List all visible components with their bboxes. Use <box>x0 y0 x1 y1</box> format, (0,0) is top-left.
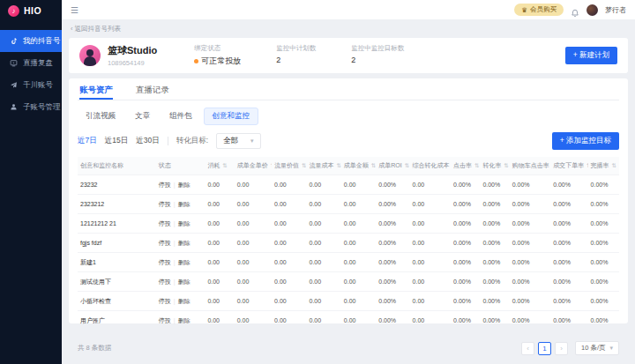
pause-link[interactable]: 停投 <box>159 298 171 304</box>
target-name-cell: 12121212 21 <box>78 214 156 234</box>
column-header[interactable]: 购物车点击率 ⇅ <box>510 157 550 175</box>
column-header[interactable]: 成单金额 ⇅ <box>341 157 376 175</box>
delete-link[interactable]: 删除 <box>178 298 190 304</box>
metric-cell: 0.00 <box>410 175 451 195</box>
column-header[interactable]: 流量价值 ⇅ <box>272 157 306 175</box>
column-header[interactable]: 成单ROI ⇅ <box>376 157 409 175</box>
new-plan-button[interactable]: + 新建计划 <box>565 47 617 64</box>
stat-label: 绑定状态 <box>194 44 241 53</box>
goal-filter-select[interactable]: 全部 ▾ <box>216 133 261 149</box>
metric-cell: 0.00 <box>272 195 306 214</box>
pause-link[interactable]: 停投 <box>159 279 171 285</box>
sidebar-item-live-screen[interactable]: 直播复盘 <box>0 52 62 74</box>
delete-link[interactable]: 删除 <box>178 201 190 207</box>
prev-page-button[interactable]: ‹ <box>521 342 534 355</box>
metric-cell: 0.00% <box>550 195 587 214</box>
column-header[interactable]: 消耗 ⇅ <box>205 157 234 175</box>
target-name-cell: 23232 <box>78 175 156 195</box>
page-size-select[interactable]: 10 条/页 ▾ <box>575 341 619 355</box>
sub-tab[interactable]: 创意和监控 <box>204 108 259 125</box>
main-tab[interactable]: 账号资产 <box>79 78 113 100</box>
pause-link[interactable]: 停投 <box>159 240 171 246</box>
sub-tab[interactable]: 文章 <box>127 108 158 124</box>
profile-stat: 绑定状态可正常投放 <box>194 44 241 67</box>
user-name[interactable]: 梦行者 <box>605 5 626 15</box>
column-header[interactable]: 流量成本 ⇅ <box>306 157 340 175</box>
delete-link[interactable]: 删除 <box>178 240 190 246</box>
page-number-button[interactable]: 1 <box>538 342 551 355</box>
delete-link[interactable]: 删除 <box>178 182 190 188</box>
bell-icon[interactable] <box>571 5 579 14</box>
status-cell: 停投|删除 <box>156 234 205 253</box>
account-name: 篮球Studio <box>108 44 157 57</box>
metric-cell: 0.00 <box>235 175 272 195</box>
metric-cell: 0.00% <box>588 175 619 195</box>
sub-tab[interactable]: 组件包 <box>161 108 200 124</box>
target-name-cell: 新建1 <box>78 253 156 272</box>
logo-text: HIO <box>24 5 41 16</box>
delete-link[interactable]: 删除 <box>178 259 190 265</box>
date-range-option[interactable]: 近7日 <box>78 136 97 146</box>
stat-value: 2 <box>276 56 316 64</box>
metric-cell: 0.00 <box>306 253 340 272</box>
date-range-option[interactable]: 近15日 <box>105 136 128 146</box>
metric-cell: 0.00 <box>235 234 272 253</box>
metric-cell: 0.00 <box>306 234 340 253</box>
column-header[interactable]: 完播率 ⇅ <box>588 157 619 175</box>
metric-cell: 0.00 <box>205 272 234 292</box>
metric-cell: 0.00% <box>510 292 550 311</box>
add-monitor-target-button[interactable]: + 添加监控目标 <box>552 132 619 150</box>
metric-cell: 0.00% <box>451 234 480 253</box>
metric-cell: 0.00% <box>376 311 409 331</box>
metric-cell: 0.00 <box>205 175 234 195</box>
sort-icon: ⇅ <box>612 162 616 168</box>
metric-cell: 0.00 <box>410 214 451 234</box>
column-header[interactable]: 点击率 ⇅ <box>451 157 480 175</box>
sub-tab[interactable]: 引流视频 <box>78 108 123 124</box>
pause-link[interactable]: 停投 <box>159 259 171 265</box>
column-header[interactable]: 综合转化成本 ⇅ <box>410 157 451 175</box>
sort-icon: ⇅ <box>586 162 587 168</box>
goal-filter-value: 全部 <box>223 136 238 146</box>
metric-cell: 0.00% <box>480 292 509 311</box>
delete-link[interactable]: 删除 <box>178 220 190 227</box>
vip-badge[interactable]: ♛ 会员购买 <box>514 4 564 16</box>
topbar-right: ♛ 会员购买 梦行者 <box>514 4 626 16</box>
user-avatar[interactable] <box>586 4 598 16</box>
pause-link[interactable]: 停投 <box>159 201 171 207</box>
metric-cell: 0.00 <box>205 234 234 253</box>
metric-cell: 0.00% <box>376 292 409 311</box>
target-name-cell: 用户推广 <box>78 311 156 331</box>
metric-cell: 0.00 <box>235 253 272 272</box>
metric-cell: 0.00% <box>510 175 550 195</box>
collapse-menu-icon[interactable]: ☰ <box>71 5 78 15</box>
next-page-button[interactable]: › <box>555 342 568 355</box>
sort-icon: ⇅ <box>302 162 306 168</box>
total-count: 共 8 条数据 <box>78 344 111 353</box>
pause-link[interactable]: 停投 <box>159 220 171 227</box>
sort-icon: ⇅ <box>504 162 508 168</box>
sidebar-item-user[interactable]: 子账号管理 <box>0 96 62 118</box>
metric-cell: 0.00 <box>341 234 376 253</box>
sidebar-item-douyin-note[interactable]: 我的抖音号 <box>0 30 62 52</box>
column-header[interactable]: 转化率 ⇅ <box>480 157 509 175</box>
column-header[interactable]: 成单金单价 ⇅ <box>235 157 272 175</box>
column-header[interactable]: 成交下单率 ⇅ <box>550 157 587 175</box>
date-range-option[interactable]: 近30日 <box>136 136 159 146</box>
delete-link[interactable]: 删除 <box>178 317 190 323</box>
metric-cell: 0.00 <box>272 292 306 311</box>
sidebar-item-paper-plane[interactable]: 千川账号 <box>0 74 62 96</box>
pause-link[interactable]: 停投 <box>159 182 171 188</box>
pause-link[interactable]: 停投 <box>159 317 171 323</box>
delete-link[interactable]: 删除 <box>178 279 190 285</box>
metric-cell: 0.00% <box>588 195 619 214</box>
main-tab[interactable]: 直播记录 <box>136 78 169 100</box>
metric-cell: 0.00% <box>480 311 509 331</box>
table-row: 用户推广停投|删除0.000.000.000.000.000.00%0.000.… <box>78 311 619 331</box>
breadcrumb-back-link[interactable]: ‹ 返回抖音号列表 <box>71 25 628 33</box>
status-cell: 停投|删除 <box>156 195 205 214</box>
profile-stats: 绑定状态可正常投放监控中计划数2监控中监控目标数2 <box>194 44 404 67</box>
metric-cell: 0.00% <box>510 234 550 253</box>
metric-cell: 0.00 <box>235 272 272 292</box>
status-cell: 停投|删除 <box>156 175 205 195</box>
